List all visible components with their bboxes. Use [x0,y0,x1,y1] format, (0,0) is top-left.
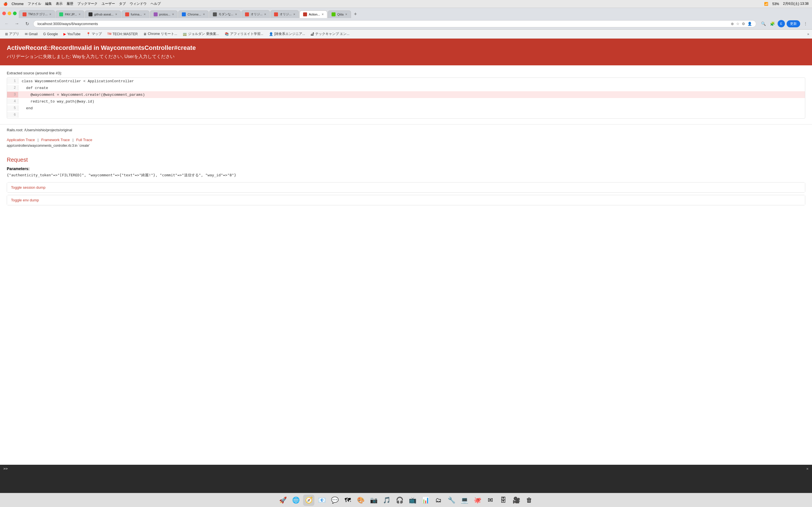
application-trace-link[interactable]: Application Trace [7,138,35,142]
tab-close-icon[interactable]: × [144,12,146,16]
tab-label: TMカテゴリ... [28,12,48,16]
apps-icon: ⊞ [5,32,8,36]
minimize-button[interactable] [8,11,11,15]
menu-dots-icon[interactable]: ⋮ [802,20,809,27]
bookmark-chrome-remote[interactable]: 🖥 Chrome リモート... [141,31,179,37]
maximize-button[interactable] [13,11,17,15]
menu-view[interactable]: 表示 [56,1,63,6]
profile-icon[interactable]: 👤 [748,22,752,26]
tab-chrome[interactable]: Chrome... × [178,10,208,18]
error-header: ActiveRecord::RecordInvalid in Waycommen… [0,39,812,65]
menu-edit[interactable]: 編集 [45,1,52,6]
params-value: {"authenticity_token"=>"[FILTERED]", "wa… [7,173,805,178]
bookmark-google[interactable]: G Google [41,31,60,37]
full-trace-link[interactable]: Full Trace [76,138,92,142]
tab-action-active[interactable]: Action... × [299,10,327,18]
close-button[interactable] [2,11,6,15]
tab-close-icon[interactable]: × [49,12,51,16]
bookmark-label: テックキャンプ エン... [315,32,349,36]
bookmark-label: YouTube [67,32,80,36]
line-code: redirect_to way_path(@way.id) [18,99,98,105]
bookmark-label: Google [47,32,58,36]
menu-bookmarks[interactable]: ブックマーク [77,1,98,6]
error-subtitle: バリデーションに失敗しました: Wayを入力してください, Userを入力してく… [7,54,805,60]
tab-label: PAY.JP... [65,13,77,16]
error-title: ActiveRecord::RecordInvalid in Waycommen… [7,44,805,52]
bookmark-label: TECH::MASTER [112,32,138,36]
tab-origi2[interactable]: オリジ... × [270,10,299,18]
bookmark-gmail[interactable]: ✉ Gmail [22,31,40,37]
bookmark-label: マップ [92,32,102,36]
tab-label: Action... [309,13,320,16]
line-code [18,114,25,116]
translate-icon[interactable]: ⊕ [731,22,734,26]
page-content: ActiveRecord::RecordInvalid in Waycommen… [0,39,812,212]
menu-help[interactable]: ヘルプ [151,1,161,6]
tab-label: モダンな... [218,12,234,16]
extensions-icon[interactable]: 🧩 [769,20,776,27]
bookmark-techmaster[interactable]: TM TECH::MASTER [105,31,140,37]
bookmark-jorudan[interactable]: 🚃 ジョルダン 乗換案... [181,31,221,37]
app-name[interactable]: Chrome [11,2,24,6]
tab-github[interactable]: github aseat... × [85,10,121,18]
battery-status: 53% [772,2,779,6]
forward-button[interactable]: → [13,20,21,27]
bookmark-label: ジョルダン 乗換案... [188,32,219,36]
request-title: Request [7,157,805,163]
tab-close-icon[interactable]: × [172,12,174,16]
tab-modern[interactable]: モダンな... × [209,10,241,18]
tab-close-icon[interactable]: × [235,12,237,16]
mac-menu-bar: 🍎 Chrome ファイル 編集 表示 履歴 ブックマーク ユーザー タブ ウィ… [3,1,161,6]
menu-window[interactable]: ウィンドウ [130,1,147,6]
bookmark-zassyoku[interactable]: 👤 [雑食系エンジニア... [267,31,307,37]
framework-trace-link[interactable]: Framework Trace [41,138,70,142]
line-code: @waycomment = Waycomment.create!(@waycom… [18,92,148,98]
tab-close-icon[interactable]: × [293,12,295,16]
tab-label: Qiita [337,13,344,16]
search-icon[interactable]: 🔍 [760,20,767,27]
bookmark-youtube[interactable]: ▶ YouTube [61,31,83,37]
tab-furima[interactable]: furima... × [121,10,149,18]
tab-close-icon[interactable]: × [203,12,205,16]
back-button[interactable]: ← [3,20,11,27]
traffic-lights [2,11,19,18]
tab-close-icon[interactable]: × [79,12,81,16]
techcamp-icon: 🏕 [311,32,314,36]
toggle-session-button[interactable]: Toggle session dump [7,182,805,192]
tab-close-icon[interactable]: × [345,12,347,16]
line-code: end [18,105,36,111]
menu-file[interactable]: ファイル [28,1,41,6]
source-line-2: 2 def create [7,84,805,91]
source-line-5: 5 end [7,105,805,112]
bookmark-apps[interactable]: ⊞ アプリ [3,31,21,37]
bookmark-star-icon[interactable]: ☆ [736,22,740,26]
line-code: class WaycommentsController < Applicatio… [18,78,137,84]
source-section: Extracted source (around line #3): 1 cla… [0,65,812,124]
tab-tm-category[interactable]: TMカテゴリ... × [19,10,55,18]
tab-qiita[interactable]: Qiita × [328,10,351,18]
tab-payjp[interactable]: PAY.JP... × [56,10,84,18]
mac-topbar: 🍎 Chrome ファイル 編集 表示 履歴 ブックマーク ユーザー タブ ウィ… [0,0,812,8]
settings-icon[interactable]: ⚙ [742,22,745,26]
menu-tab[interactable]: タブ [119,1,126,6]
menu-user[interactable]: ユーザー [101,1,115,6]
bookmark-maps[interactable]: 📍 マップ [84,31,104,37]
update-button[interactable]: 更新 [786,20,800,27]
bookmark-label: アプリ [9,32,19,36]
toggle-env-button[interactable]: Toggle env dump [7,195,805,205]
tab-origi1[interactable]: オリジ... × [241,10,270,18]
tab-close-icon[interactable]: × [115,12,117,16]
bookmark-techcamp[interactable]: 🏕 テックキャンプ エン... [308,31,352,37]
new-tab-button[interactable]: + [352,10,359,18]
bookmark-affiliate[interactable]: 📚 アフィリエイト学習... [222,31,266,37]
tab-protos[interactable]: protos... × [150,10,178,18]
tab-close-icon[interactable]: × [264,12,266,16]
profile-avatar[interactable]: E [777,20,785,27]
menu-history[interactable]: 履歴 [66,1,73,6]
reload-button[interactable]: ↻ [23,20,31,27]
apple-menu[interactable]: 🍎 [3,2,8,6]
tab-close-icon[interactable]: × [322,12,324,16]
jorudan-icon: 🚃 [183,32,187,36]
address-bar[interactable]: localhost:3000/ways/8/waycomments ⊕ ☆ ⚙ … [33,20,756,27]
bookmarks-expand-button[interactable]: » [807,32,809,36]
